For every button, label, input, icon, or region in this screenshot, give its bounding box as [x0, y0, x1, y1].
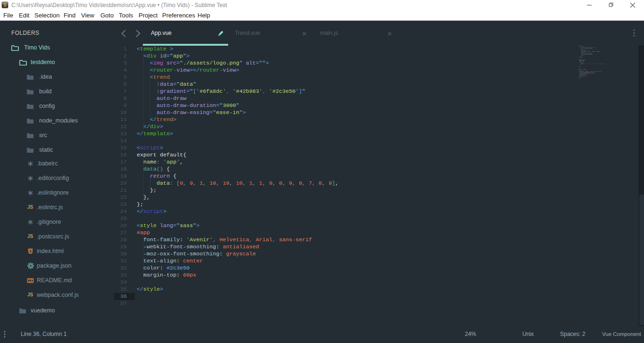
svg-text:5: 5: [29, 249, 32, 253]
